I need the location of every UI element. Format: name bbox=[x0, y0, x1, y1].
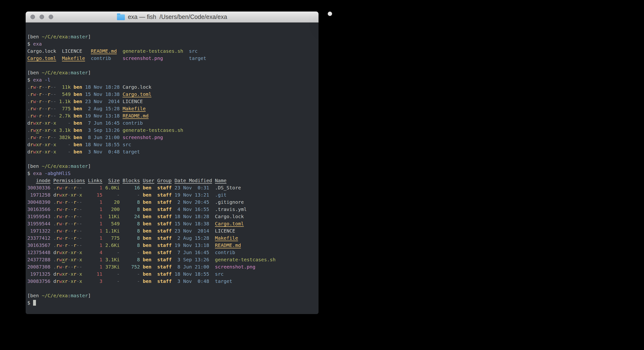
permission-char: - bbox=[44, 91, 48, 97]
text-segment bbox=[120, 206, 122, 212]
text-segment bbox=[120, 120, 122, 126]
text-segment: 2.7k bbox=[59, 113, 71, 119]
text-segment: ] bbox=[88, 70, 91, 76]
permission-char: . bbox=[53, 264, 56, 270]
text-segment: Makefile bbox=[62, 56, 85, 61]
text-segment: staff bbox=[157, 192, 172, 198]
text-segment: [ben bbox=[27, 293, 42, 298]
text-segment bbox=[102, 264, 105, 270]
text-segment bbox=[71, 134, 74, 140]
text-segment: .gitignore bbox=[215, 199, 244, 205]
text-segment: Permissions bbox=[53, 178, 85, 184]
text-segment: ben bbox=[143, 242, 152, 248]
text-segment: 752 bbox=[122, 264, 140, 270]
folder-icon[interactable] bbox=[117, 14, 125, 20]
terminal-line: $ exa -l bbox=[27, 76, 318, 84]
permission-char: - bbox=[53, 91, 56, 97]
text-segment: staff bbox=[157, 264, 172, 270]
text-segment bbox=[102, 271, 105, 277]
text-segment: 1 bbox=[88, 214, 102, 219]
titlebar[interactable]: exa — fish /Users/ben/Code/exa/exa bbox=[328, 12, 332, 16]
close-button[interactable] bbox=[30, 14, 35, 19]
permission-char: r bbox=[74, 185, 76, 190]
permission-char: d bbox=[27, 149, 30, 154]
text-segment bbox=[120, 134, 122, 140]
text-segment: staff bbox=[157, 214, 172, 219]
permission-char: . bbox=[53, 185, 56, 190]
minimize-button[interactable] bbox=[40, 14, 44, 19]
text-segment: 31959543 bbox=[27, 214, 50, 219]
text-segment bbox=[50, 271, 53, 277]
permission-char: - bbox=[68, 228, 71, 234]
permission-char: . bbox=[27, 106, 30, 112]
permission-char: - bbox=[79, 228, 82, 234]
text-segment bbox=[120, 91, 122, 97]
terminal-line: $ bbox=[27, 299, 318, 306]
text-segment: ~/C/e/exa bbox=[42, 70, 68, 76]
titlebar[interactable]: exa — fish /Users/ben/Code/exa/exa bbox=[26, 12, 318, 22]
permission-char: - bbox=[50, 149, 53, 154]
permission-char: r bbox=[30, 91, 33, 97]
permission-char: r bbox=[48, 98, 50, 104]
text-segment: ] bbox=[88, 293, 91, 298]
permission-char: r bbox=[48, 149, 50, 154]
text-segment bbox=[102, 250, 105, 255]
permission-char: x bbox=[44, 149, 48, 154]
permission-char: - bbox=[36, 91, 39, 97]
text-segment: 200 bbox=[105, 206, 120, 212]
permission-char: w bbox=[59, 250, 62, 255]
text-segment: Links bbox=[88, 178, 102, 184]
permission-char: r bbox=[39, 91, 42, 97]
text-segment: 1.1k bbox=[59, 98, 71, 104]
permission-char: - bbox=[42, 142, 44, 148]
terminal-line: [ben ~/C/e/exa:master] bbox=[27, 69, 318, 76]
text-segment: - bbox=[105, 271, 120, 277]
text-segment bbox=[209, 242, 215, 248]
permission-char: r bbox=[65, 221, 68, 226]
text-segment: 1 bbox=[88, 228, 102, 234]
permission-char: - bbox=[50, 106, 53, 112]
permission-char: r bbox=[74, 250, 76, 255]
permission-char: - bbox=[42, 84, 44, 90]
permission-char: - bbox=[79, 185, 82, 190]
cursor bbox=[33, 300, 36, 306]
terminal-output[interactable]: [ben ~/C/e/exa:master]$ exaCargo.lock LI… bbox=[26, 22, 318, 306]
permission-char: - bbox=[76, 199, 79, 205]
text-segment bbox=[172, 257, 174, 262]
text-segment: 19 Nov 13:21 bbox=[174, 192, 209, 198]
text-segment: staff bbox=[157, 250, 172, 255]
text-segment: 11Ki bbox=[105, 214, 120, 219]
text-segment bbox=[82, 250, 88, 255]
text-segment: staff bbox=[157, 257, 172, 262]
permission-char: r bbox=[30, 98, 33, 104]
text-segment bbox=[71, 127, 74, 133]
permission-char: - bbox=[76, 278, 79, 284]
text-segment: 4 bbox=[88, 250, 102, 255]
permission-char: r bbox=[65, 278, 68, 284]
text-segment bbox=[172, 271, 174, 277]
terminal-line: 30030336 .rw-r--r-- 1 6.0Ki 16 ben staff… bbox=[27, 184, 318, 191]
permission-char: - bbox=[44, 84, 48, 90]
text-segment: staff bbox=[157, 271, 172, 277]
permission-char: r bbox=[56, 250, 59, 255]
text-segment: ben bbox=[74, 106, 82, 112]
permission-char: r bbox=[56, 206, 59, 212]
permission-char: r bbox=[74, 264, 76, 270]
permission-char: - bbox=[36, 106, 39, 112]
text-segment: Name bbox=[215, 178, 226, 184]
permission-char: r bbox=[74, 228, 76, 234]
text-segment: 3 Nov 0:48 bbox=[174, 278, 209, 284]
text-segment bbox=[82, 271, 88, 277]
text-segment bbox=[120, 278, 122, 284]
text-segment: ben bbox=[143, 278, 152, 284]
permission-char: - bbox=[36, 134, 39, 140]
permission-char: w bbox=[33, 120, 36, 126]
text-segment bbox=[82, 113, 85, 119]
zoom-button[interactable] bbox=[49, 14, 53, 19]
text-segment: 7 Jun 16:45 bbox=[85, 120, 120, 126]
text-segment bbox=[56, 113, 59, 119]
permission-char: - bbox=[79, 242, 82, 248]
permission-char: - bbox=[42, 127, 44, 133]
traffic-lights bbox=[30, 12, 53, 22]
permission-char: w bbox=[59, 221, 62, 226]
